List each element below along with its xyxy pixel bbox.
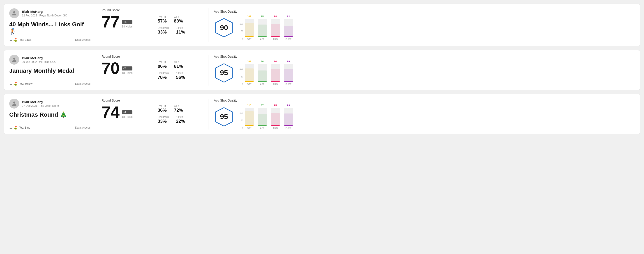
player-date-course: 12 Feb 2022 · Royal North Devon GC	[22, 14, 67, 17]
bar-fill	[258, 70, 267, 82]
bar-track	[258, 108, 267, 126]
player-name: Blair McHarg	[22, 100, 59, 104]
data-source: Data: Arccos	[75, 126, 90, 129]
oneputt-value: 56%	[176, 75, 185, 80]
bar-fill	[245, 23, 254, 37]
bar-value: 99	[287, 60, 290, 63]
bar-label: ARG	[273, 83, 278, 86]
quality-section: Avg Shot Quality 90 100 50 0 107 OTT 95	[214, 8, 635, 42]
hex-score: 95	[220, 69, 228, 77]
divider	[152, 55, 152, 86]
updown-value: 33%	[158, 29, 169, 35]
stat-updown: Up/Down 33%	[158, 26, 169, 35]
user-icon	[11, 10, 17, 16]
player-info: Blair McHarg 29 Jan 2022 · Mill Ride GCC	[9, 55, 90, 65]
svg-point-0	[13, 11, 15, 13]
stats-section: FW Hit 36% GIR 72% Up/Down 33% 1 Putt 22…	[158, 99, 203, 129]
quality-content: 90 100 50 0 107 OTT 95 APP 98	[214, 15, 635, 40]
bar-value: 95	[274, 104, 277, 107]
quality-section: Avg Shot Quality 95 100 50 0 110 OTT 87	[214, 99, 635, 129]
bar-value: 96	[274, 60, 277, 63]
stat-updown: Up/Down 33%	[158, 116, 169, 124]
bar-fill	[271, 113, 280, 126]
stat-gir: GIR 72%	[174, 105, 183, 113]
bar-label: PUTT	[286, 38, 292, 40]
divider	[208, 99, 208, 129]
player-details: Blair McHarg 29 Jan 2022 · Mill Ride GCC	[22, 56, 56, 64]
score-main: 74 +2 18 Holes	[102, 104, 146, 120]
bar-track	[245, 64, 254, 82]
oneputt-value: 22%	[176, 119, 185, 124]
bar-track	[271, 64, 280, 82]
bar-track	[258, 64, 267, 82]
gir-label: GIR	[174, 15, 183, 18]
left-section: Blair McHarg 29 Jan 2022 · Mill Ride GCC…	[9, 55, 90, 86]
stats-section: FW Hit 86% GIR 61% Up/Down 78% 1 Putt 56…	[158, 55, 203, 86]
bar-track	[284, 19, 293, 37]
gir-label: GIR	[174, 61, 183, 64]
player-info: Blair McHarg 27 Dec 2021 · The Oxfordshi…	[9, 99, 90, 109]
score-label: Round Score	[102, 8, 146, 12]
bar-label: ARG	[273, 127, 278, 129]
bar-value: 110	[247, 104, 251, 107]
hex-wrapper: 90	[214, 17, 234, 38]
score-section: Round Score 74 +2 18 Holes	[102, 99, 146, 129]
bar-fill	[245, 111, 254, 126]
oneputt-value: 11%	[176, 29, 185, 35]
stats-row-top: FW Hit 57% GIR 83%	[158, 15, 203, 24]
bar-value: 87	[261, 104, 264, 107]
bar-label: PUTT	[286, 127, 292, 129]
gir-value: 61%	[174, 64, 183, 69]
bar-col-arg: 96 ARG	[271, 60, 280, 86]
stats-row-bottom: Up/Down 33% 1 Putt 11%	[158, 26, 203, 35]
player-name: Blair McHarg	[22, 56, 56, 60]
round-card: Blair McHarg 12 Feb 2022 · Royal North D…	[4, 3, 640, 46]
score-section: Round Score 77 +5 18 Holes	[102, 8, 146, 42]
bar-label: OTT	[247, 38, 252, 40]
divider	[208, 55, 208, 86]
data-source: Data: Arccos	[75, 82, 90, 85]
round-card: Blair McHarg 29 Jan 2022 · Mill Ride GCC…	[4, 50, 640, 90]
score-label: Round Score	[102, 55, 146, 58]
bar-fill	[271, 24, 280, 37]
bar-label: ARG	[273, 38, 278, 40]
stat-oneputt: 1 Putt 22%	[176, 116, 185, 124]
bar-col-putt: 93 PUTT	[284, 104, 293, 129]
user-icon	[11, 101, 17, 107]
holes-label: 18 Holes	[122, 115, 132, 119]
bar-fill	[258, 24, 267, 37]
bar-line	[258, 36, 267, 37]
stats-row-top: FW Hit 36% GIR 72%	[158, 105, 203, 113]
bar-label: APP	[260, 83, 264, 86]
bar-col-putt: 82 PUTT	[284, 15, 293, 40]
round-card: Blair McHarg 27 Dec 2021 · The Oxfordshi…	[4, 94, 640, 134]
bar-col-ott: 101 OTT	[245, 60, 254, 86]
stats-row-top: FW Hit 86% GIR 61%	[158, 61, 203, 69]
bar-line	[284, 125, 293, 126]
bar-track	[271, 19, 280, 37]
quality-label: Avg Shot Quality	[214, 55, 635, 58]
bar-value: 101	[247, 60, 251, 63]
bar-value: 95	[261, 15, 264, 18]
round-title: Christmas Round 🎄	[9, 111, 90, 118]
user-icon	[11, 57, 17, 63]
quality-content: 95 100 50 0 110 OTT 87 APP 95	[214, 104, 635, 129]
score-number: 77	[102, 14, 120, 30]
score-badge-col: +5 18 Holes	[122, 20, 132, 30]
score-main: 70 -2 18 Holes	[102, 60, 146, 76]
hex-score: 90	[220, 24, 228, 32]
player-name: Blair McHarg	[22, 10, 67, 13]
divider	[96, 99, 96, 129]
bar-col-app: 95 APP	[258, 15, 267, 40]
bar-chart: 100 50 0 110 OTT 87 APP 95 ARG 93	[240, 104, 293, 129]
stat-updown: Up/Down 78%	[158, 72, 169, 80]
bar-value: 82	[287, 15, 290, 18]
bar-fill	[258, 114, 267, 126]
updown-label: Up/Down	[158, 72, 169, 75]
weather-icon: ☁ ⛳	[9, 38, 17, 42]
updown-label: Up/Down	[158, 26, 169, 29]
divider	[152, 99, 152, 129]
bar-fill	[284, 26, 293, 37]
fw-hit-label: FW Hit	[158, 15, 167, 18]
gir-value: 72%	[174, 108, 183, 113]
